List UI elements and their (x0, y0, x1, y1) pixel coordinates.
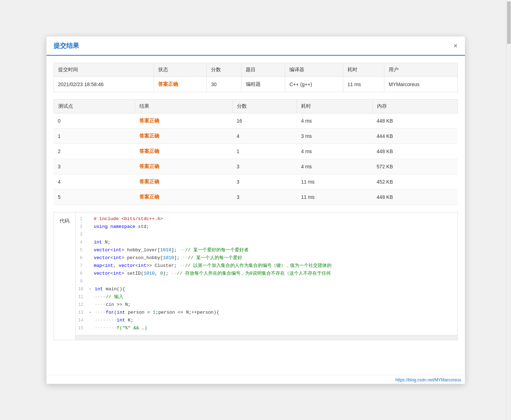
code-line: 2using namespace std; (76, 223, 457, 231)
close-button[interactable]: × (454, 42, 458, 49)
tc-col-result: 结果 (135, 99, 232, 113)
tc-status: 答案正确 (135, 113, 232, 128)
code-line: 10▾int main(){ (76, 285, 457, 293)
line-content: using namespace std; (94, 223, 149, 231)
tc-time: 11 ms (297, 189, 372, 205)
line-content: # include <bits/stdc++.h> (94, 215, 163, 223)
submit-problem: 编程题 (241, 77, 285, 92)
submit-status: 答案正确 (154, 77, 207, 92)
testcase-row: 2 答案正确 1 4 ms 448 KB (54, 144, 457, 159)
line-number: 8 (76, 270, 88, 278)
tc-memory: 452 KB (372, 174, 457, 189)
line-number: 1 (76, 215, 88, 223)
line-content: vector<int> person_hobby[1010]; ··// 某一个… (94, 254, 243, 262)
tc-time: 4 ms (297, 159, 372, 174)
submit-table: 提交时间 状态 分数 题目 编译器 耗时 用户 2021/02/23 18:58… (54, 63, 458, 92)
tc-memory: 444 KB (372, 128, 457, 144)
tc-status: 答案正确 (135, 174, 232, 189)
line-number: 6 (76, 254, 88, 262)
tc-memory: 572 KB (372, 159, 457, 174)
col-header-compiler: 编译器 (285, 63, 343, 77)
code-section: 代码 1# include <bits/stdc++.h>2using name… (54, 212, 458, 340)
tc-score: 16 (232, 113, 297, 128)
submit-user: MYMarcoreus (384, 77, 457, 92)
line-number: 14 (76, 317, 89, 324)
tc-id: 3 (54, 159, 135, 174)
code-line: 14········int K; (76, 317, 457, 324)
line-content: ····// 输入 (95, 293, 123, 301)
tc-score: 3 (232, 159, 297, 174)
tc-id: 1 (54, 128, 135, 144)
testcase-row: 0 答案正确 16 4 ms 448 KB (54, 113, 457, 128)
tc-score: 4 (232, 128, 297, 144)
tc-id: 4 (54, 174, 135, 189)
tc-id: 5 (54, 189, 135, 205)
line-content: int N; (94, 239, 111, 246)
code-line: 9 (76, 278, 457, 285)
code-line: 1# include <bits/stdc++.h> (76, 215, 457, 223)
col-header-problem: 题目 (241, 63, 285, 77)
submit-score: 30 (207, 77, 241, 92)
code-line: 8vector<int> setID(1010, 0); ··// 存放每个人所… (76, 270, 457, 278)
code-line: 12····cin >> N; (76, 301, 457, 309)
code-line: 13▾····for(int person = 1;person <= N;++… (76, 309, 457, 317)
code-label: 代码 (54, 212, 76, 340)
tc-status: 答案正确 (135, 128, 232, 144)
code-line: 15········f("%" && …) (76, 324, 457, 332)
code-line: 5vector<int> hobby_lover[1010]; ··// 某一个… (76, 246, 457, 254)
testcase-row: 4 答案正确 3 11 ms 452 KB (54, 174, 457, 189)
tc-col-memory: 内存 (372, 99, 457, 113)
line-number: 15 (76, 324, 89, 332)
line-number: 11 (76, 293, 89, 301)
fold-icon[interactable]: ▾ (89, 309, 95, 317)
submit-time: 2021/02/23 18:58:46 (54, 77, 154, 92)
fold-icon[interactable]: ▾ (89, 285, 95, 293)
tc-col-id: 测试点 (54, 99, 135, 113)
line-number: 12 (76, 301, 89, 309)
submit-timecost: 11 ms (343, 77, 384, 92)
tc-col-time: 耗时 (297, 99, 372, 113)
line-number: 13 (76, 309, 89, 317)
tc-score: 1 (232, 144, 297, 159)
line-number: 9 (76, 278, 88, 285)
line-content: ········f("%" && …) (95, 324, 147, 332)
tc-memory: 448 KB (372, 144, 457, 159)
line-content: ····cin >> N; (95, 301, 130, 309)
tc-time: 3 ms (297, 128, 372, 144)
line-content: vector<int> hobby_lover[1010]; ··// 某一个爱… (94, 246, 249, 254)
testcase-row: 3 答案正确 3 4 ms 572 KB (54, 159, 457, 174)
code-line: 6vector<int> person_hobby[1010]; ··// 某一… (76, 254, 457, 262)
code-line: 3 (76, 231, 457, 239)
col-header-timecost: 耗时 (343, 63, 384, 77)
footer-link[interactable]: https://blog.csdn.net/MYMarcoreus (46, 375, 465, 384)
tc-time: 4 ms (297, 144, 372, 159)
line-number: 3 (76, 231, 88, 239)
code-editor[interactable]: 1# include <bits/stdc++.h>2using namespa… (76, 212, 457, 335)
line-number: 2 (76, 223, 88, 231)
col-header-score: 分数 (207, 63, 241, 77)
dialog-body: 提交时间 状态 分数 题目 编译器 耗时 用户 2021/02/23 18:58… (46, 56, 465, 375)
testcase-row: 1 答案正确 4 3 ms 444 KB (54, 128, 457, 144)
line-content: vector<int> setID(1010, 0); ··// 存放每个人所在… (94, 270, 331, 278)
line-number: 5 (76, 246, 88, 254)
tc-score: 3 (232, 174, 297, 189)
horizontal-scrollbar[interactable] (76, 335, 457, 340)
col-header-time: 提交时间 (54, 63, 154, 77)
tc-col-score: 分数 (232, 99, 297, 113)
dialog: 提交结果 × 提交时间 状态 分数 题目 编译器 耗时 用户 2021/02/2… (46, 37, 465, 384)
tc-id: 0 (54, 113, 135, 128)
tc-score: 3 (232, 189, 297, 205)
line-content: map<int, vector<int>> Cluster; ··// 以第一个… (94, 262, 332, 270)
tc-memory: 448 KB (372, 113, 457, 128)
line-number: 4 (76, 239, 88, 246)
tc-id: 2 (54, 144, 135, 159)
code-line: 4int N; (76, 239, 457, 246)
submit-row: 2021/02/23 18:58:46 答案正确 30 编程题 C++ (g++… (54, 77, 457, 92)
testcase-table: 测试点 结果 分数 耗时 内存 0 答案正确 16 4 ms 448 KB 1 … (54, 99, 458, 205)
tc-time: 11 ms (297, 174, 372, 189)
tc-status: 答案正确 (135, 189, 232, 205)
tc-time: 4 ms (297, 113, 372, 128)
code-container: 1# include <bits/stdc++.h>2using namespa… (76, 212, 457, 340)
line-number: 10 (76, 285, 89, 293)
line-content: ····for(int person = 1;person <= N;++per… (95, 309, 219, 317)
